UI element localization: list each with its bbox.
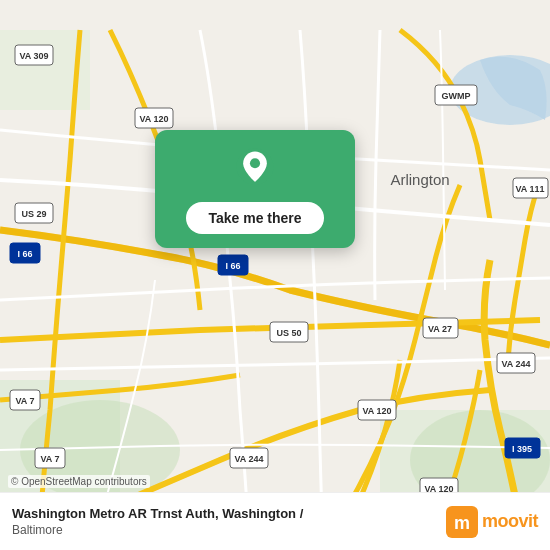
svg-text:VA 120: VA 120	[139, 114, 168, 124]
svg-text:GWMP: GWMP	[442, 91, 471, 101]
svg-text:VA 120: VA 120	[362, 406, 391, 416]
location-pin-icon	[233, 148, 277, 192]
osm-attribution: © OpenStreetMap contributors	[8, 475, 150, 488]
svg-text:I 395: I 395	[512, 444, 532, 454]
svg-text:VA 309: VA 309	[19, 51, 48, 61]
bottom-bar: Washington Metro AR Trnst Auth, Washingt…	[0, 492, 550, 550]
action-card: Take me there	[155, 130, 355, 248]
svg-text:VA 111: VA 111	[515, 184, 544, 194]
location-info: Washington Metro AR Trnst Auth, Washingt…	[12, 506, 446, 538]
location-subtitle: Baltimore	[12, 523, 446, 537]
location-name: Washington Metro AR Trnst Auth, Washingt…	[12, 506, 446, 523]
svg-text:VA 244: VA 244	[501, 359, 530, 369]
svg-text:VA 244: VA 244	[234, 454, 263, 464]
moovit-logo: m moovit	[446, 506, 538, 538]
svg-text:I 66: I 66	[225, 261, 240, 271]
moovit-text: moovit	[482, 511, 538, 532]
map-container: VA 309 VA 120 US 29 GWMP Arlington VA 11…	[0, 0, 550, 550]
svg-text:VA 7: VA 7	[15, 396, 34, 406]
svg-text:VA 27: VA 27	[428, 324, 452, 334]
svg-text:m: m	[454, 513, 470, 533]
map-roads: VA 309 VA 120 US 29 GWMP Arlington VA 11…	[0, 0, 550, 550]
take-me-there-button[interactable]: Take me there	[186, 202, 323, 234]
svg-text:US 50: US 50	[276, 328, 301, 338]
svg-text:US 29: US 29	[21, 209, 46, 219]
svg-text:I 66: I 66	[17, 249, 32, 259]
svg-point-40	[250, 158, 260, 168]
svg-text:Arlington: Arlington	[390, 171, 449, 188]
moovit-icon: m	[446, 506, 478, 538]
svg-text:VA 7: VA 7	[40, 454, 59, 464]
